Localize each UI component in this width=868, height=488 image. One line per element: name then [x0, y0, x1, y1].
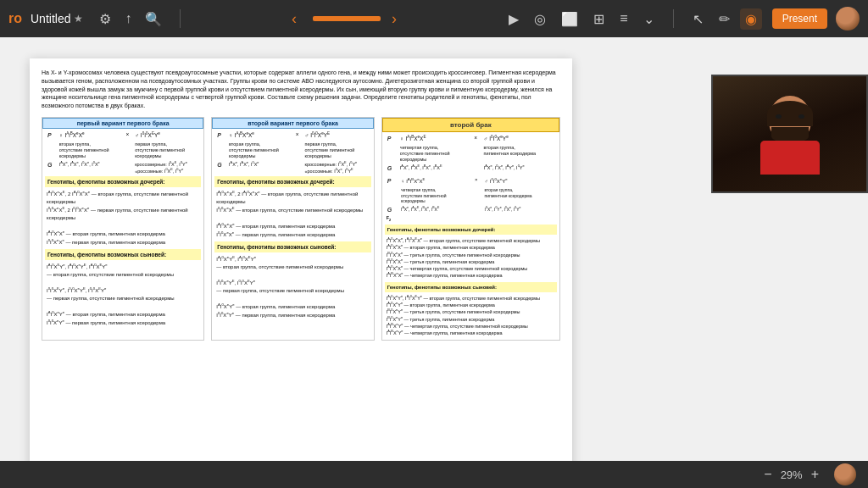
zoom-out-button[interactable]: − [764, 467, 771, 482]
nav-back-button[interactable]: ‹ [287, 8, 301, 30]
daughters-label-3: Генотипы, фенотипы возможных дочерей: [385, 225, 557, 235]
bottombar: − 29% + [0, 461, 868, 488]
variant-col-2: второй вариант первого брака P ♀ IAiBXeX… [211, 117, 374, 341]
more-button[interactable]: ⌄ [638, 8, 659, 30]
document-title: Untitled [31, 12, 70, 25]
zoom-level: 29% [781, 469, 803, 481]
cursor-tool-button[interactable]: ↖ [687, 8, 709, 30]
variant-1-header: первый вариант первого брака [42, 118, 203, 129]
daughters-label-1: Генотипы, фенотипы возможных дочерей: [45, 176, 201, 187]
topbar-right-separator [673, 9, 674, 28]
grid-button[interactable]: ⊞ [588, 8, 609, 30]
topbar: ro Untitled ★ ⚙ ↑ 🔍 ‹ › ▶ ◎ ⬜ ⊞ ≡ ⌄ ↖ ✏ … [0, 0, 868, 37]
canvas-area: На X- и Y-хромосомах человека существуют… [0, 37, 868, 488]
menu-button[interactable]: ≡ [615, 8, 632, 29]
variant-col-3: второй брак P ♀ IAIBXeXE × ♂ I0I0XeYe [381, 117, 560, 341]
variant-col-1: первый вариант первого брака P ♀ IAiBXeX… [42, 117, 204, 341]
daughters-label-2: Генотипы, фенотипы возможных дочерей: [214, 176, 370, 187]
timer-button[interactable]: ◎ [529, 8, 551, 30]
present-button[interactable]: Present [772, 8, 827, 29]
play-button[interactable]: ▶ [504, 8, 524, 30]
user-avatar [836, 7, 860, 30]
intro-text: На X- и Y-хромосомах человека существуют… [42, 69, 560, 110]
sons-label-2: Генотипы, фенотипы возможных сыновей: [214, 241, 370, 252]
search-button[interactable]: 🔍 [141, 9, 166, 29]
variants-row: первый вариант первого брака P ♀ IAiBXeX… [42, 117, 560, 341]
nav-forward-button[interactable]: › [387, 8, 401, 30]
zoom-in-button[interactable]: + [811, 467, 819, 482]
share-button[interactable]: ↑ [120, 9, 136, 28]
second-marriage-header: второй брак [382, 118, 559, 132]
draw-tool-button[interactable]: ✏ [714, 8, 735, 30]
f2-label: F2 [385, 215, 557, 223]
favorite-icon[interactable]: ★ [74, 13, 83, 25]
frame-button[interactable]: ⬜ [556, 8, 583, 30]
highlight-tool-button[interactable]: ◉ [740, 8, 762, 30]
variant-2-header: второй вариант первого брака [212, 118, 373, 129]
topbar-right: ▶ ◎ ⬜ ⊞ ≡ ⌄ ↖ ✏ ◉ Present [504, 7, 860, 30]
sons-label-1: Генотипы, фенотипы возможных сыновей: [45, 249, 201, 260]
webcam-feed [711, 75, 868, 193]
bottom-avatar [834, 463, 856, 485]
sons-label-3: Генотипы, фенотипы возможных сыновей: [385, 282, 557, 292]
app-logo: ro [8, 11, 22, 26]
topbar-separator [180, 9, 181, 28]
settings-button[interactable]: ⚙ [95, 9, 115, 29]
document-canvas: На X- и Y-хромосомах человека существуют… [30, 58, 572, 488]
